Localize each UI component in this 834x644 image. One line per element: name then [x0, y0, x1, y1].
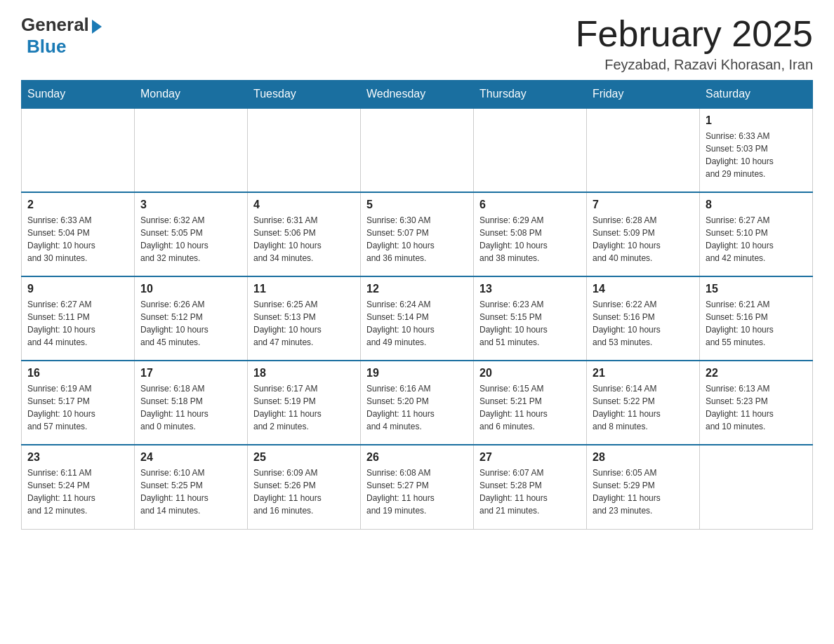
- calendar-cell: 22Sunrise: 6:13 AM Sunset: 5:23 PM Dayli…: [700, 361, 813, 445]
- calendar-week-row-4: 16Sunrise: 6:19 AM Sunset: 5:17 PM Dayli…: [22, 361, 813, 445]
- day-number: 14: [593, 283, 694, 295]
- day-number: 27: [479, 451, 581, 464]
- calendar-week-row-3: 9Sunrise: 6:27 AM Sunset: 5:11 PM Daylig…: [22, 276, 813, 361]
- day-number: 19: [366, 367, 468, 380]
- calendar-cell: 24Sunrise: 6:10 AM Sunset: 5:25 PM Dayli…: [135, 445, 248, 529]
- calendar-cell: 1Sunrise: 6:33 AM Sunset: 5:03 PM Daylig…: [700, 108, 813, 192]
- logo-general-text: General: [21, 14, 89, 36]
- calendar-cell: [700, 445, 813, 529]
- day-info: Sunrise: 6:05 AM Sunset: 5:29 PM Dayligh…: [593, 467, 694, 517]
- day-number: 3: [140, 199, 241, 211]
- calendar-cell: 17Sunrise: 6:18 AM Sunset: 5:18 PM Dayli…: [135, 361, 248, 445]
- calendar-cell: 6Sunrise: 6:29 AM Sunset: 5:08 PM Daylig…: [474, 192, 587, 276]
- day-info: Sunrise: 6:28 AM Sunset: 5:09 PM Dayligh…: [593, 214, 694, 264]
- day-number: 1: [706, 114, 807, 127]
- day-number: 22: [706, 367, 807, 380]
- day-info: Sunrise: 6:09 AM Sunset: 5:26 PM Dayligh…: [253, 467, 355, 517]
- location-text: Feyzabad, Razavi Khorasan, Iran: [576, 57, 813, 73]
- day-number: 8: [706, 199, 807, 211]
- calendar-cell: [22, 108, 135, 192]
- calendar-header-friday: Friday: [587, 81, 700, 109]
- day-number: 16: [27, 367, 128, 380]
- day-number: 17: [140, 367, 241, 380]
- calendar-header-thursday: Thursday: [474, 81, 587, 109]
- calendar-cell: 15Sunrise: 6:21 AM Sunset: 5:16 PM Dayli…: [700, 276, 813, 361]
- day-number: 25: [253, 451, 355, 464]
- day-info: Sunrise: 6:24 AM Sunset: 5:14 PM Dayligh…: [366, 298, 468, 349]
- day-number: 13: [479, 283, 581, 295]
- title-section: February 2025 Feyzabad, Razavi Khorasan,…: [576, 14, 813, 73]
- day-number: 6: [479, 199, 581, 211]
- day-info: Sunrise: 6:16 AM Sunset: 5:20 PM Dayligh…: [366, 382, 468, 433]
- calendar-header-sunday: Sunday: [22, 81, 135, 109]
- logo: General Blue: [21, 14, 102, 58]
- day-info: Sunrise: 6:30 AM Sunset: 5:07 PM Dayligh…: [366, 214, 468, 264]
- day-info: Sunrise: 6:11 AM Sunset: 5:24 PM Dayligh…: [27, 467, 128, 517]
- day-number: 23: [27, 451, 128, 464]
- day-info: Sunrise: 6:32 AM Sunset: 5:05 PM Dayligh…: [140, 214, 241, 264]
- calendar-cell: [135, 108, 248, 192]
- calendar-cell: 14Sunrise: 6:22 AM Sunset: 5:16 PM Dayli…: [587, 276, 700, 361]
- calendar-cell: 19Sunrise: 6:16 AM Sunset: 5:20 PM Dayli…: [361, 361, 474, 445]
- day-info: Sunrise: 6:31 AM Sunset: 5:06 PM Dayligh…: [253, 214, 355, 264]
- logo-arrow-icon: [92, 20, 102, 34]
- month-title: February 2025: [576, 14, 813, 54]
- calendar-header-row: SundayMondayTuesdayWednesdayThursdayFrid…: [22, 81, 813, 109]
- day-number: 12: [366, 283, 468, 295]
- calendar-cell: 8Sunrise: 6:27 AM Sunset: 5:10 PM Daylig…: [700, 192, 813, 276]
- calendar-cell: 26Sunrise: 6:08 AM Sunset: 5:27 PM Dayli…: [361, 445, 474, 529]
- calendar-cell: 20Sunrise: 6:15 AM Sunset: 5:21 PM Dayli…: [474, 361, 587, 445]
- calendar-cell: 4Sunrise: 6:31 AM Sunset: 5:06 PM Daylig…: [248, 192, 361, 276]
- day-info: Sunrise: 6:21 AM Sunset: 5:16 PM Dayligh…: [706, 298, 807, 349]
- day-info: Sunrise: 6:25 AM Sunset: 5:13 PM Dayligh…: [253, 298, 355, 349]
- calendar-cell: 27Sunrise: 6:07 AM Sunset: 5:28 PM Dayli…: [474, 445, 587, 529]
- calendar-cell: 13Sunrise: 6:23 AM Sunset: 5:15 PM Dayli…: [474, 276, 587, 361]
- calendar-header-wednesday: Wednesday: [361, 81, 474, 109]
- calendar-cell: 25Sunrise: 6:09 AM Sunset: 5:26 PM Dayli…: [248, 445, 361, 529]
- day-number: 21: [593, 367, 694, 380]
- calendar-week-row-2: 2Sunrise: 6:33 AM Sunset: 5:04 PM Daylig…: [22, 192, 813, 276]
- day-info: Sunrise: 6:07 AM Sunset: 5:28 PM Dayligh…: [479, 467, 581, 517]
- day-info: Sunrise: 6:08 AM Sunset: 5:27 PM Dayligh…: [366, 467, 468, 517]
- day-number: 15: [706, 283, 807, 295]
- calendar-table: SundayMondayTuesdayWednesdayThursdayFrid…: [21, 80, 813, 530]
- day-info: Sunrise: 6:27 AM Sunset: 5:11 PM Dayligh…: [27, 298, 128, 349]
- calendar-cell: 3Sunrise: 6:32 AM Sunset: 5:05 PM Daylig…: [135, 192, 248, 276]
- day-number: 7: [593, 199, 694, 211]
- day-number: 2: [27, 199, 128, 211]
- calendar-cell: 2Sunrise: 6:33 AM Sunset: 5:04 PM Daylig…: [22, 192, 135, 276]
- day-number: 28: [593, 451, 694, 464]
- calendar-cell: 23Sunrise: 6:11 AM Sunset: 5:24 PM Dayli…: [22, 445, 135, 529]
- calendar-cell: [474, 108, 587, 192]
- day-info: Sunrise: 6:33 AM Sunset: 5:03 PM Dayligh…: [706, 130, 807, 180]
- day-info: Sunrise: 6:10 AM Sunset: 5:25 PM Dayligh…: [140, 467, 241, 517]
- calendar-cell: 7Sunrise: 6:28 AM Sunset: 5:09 PM Daylig…: [587, 192, 700, 276]
- day-number: 18: [253, 367, 355, 380]
- day-number: 4: [253, 199, 355, 211]
- day-info: Sunrise: 6:17 AM Sunset: 5:19 PM Dayligh…: [253, 382, 355, 433]
- day-number: 20: [479, 367, 581, 380]
- day-info: Sunrise: 6:22 AM Sunset: 5:16 PM Dayligh…: [593, 298, 694, 349]
- day-number: 11: [253, 283, 355, 295]
- calendar-cell: [587, 108, 700, 192]
- day-number: 26: [366, 451, 468, 464]
- day-info: Sunrise: 6:26 AM Sunset: 5:12 PM Dayligh…: [140, 298, 241, 349]
- calendar-cell: 9Sunrise: 6:27 AM Sunset: 5:11 PM Daylig…: [22, 276, 135, 361]
- page-header: General Blue February 2025 Feyzabad, Raz…: [21, 14, 813, 73]
- day-info: Sunrise: 6:13 AM Sunset: 5:23 PM Dayligh…: [706, 382, 807, 433]
- day-number: 5: [366, 199, 468, 211]
- day-info: Sunrise: 6:27 AM Sunset: 5:10 PM Dayligh…: [706, 214, 807, 264]
- day-info: Sunrise: 6:33 AM Sunset: 5:04 PM Dayligh…: [27, 214, 128, 264]
- day-info: Sunrise: 6:19 AM Sunset: 5:17 PM Dayligh…: [27, 382, 128, 433]
- calendar-cell: 5Sunrise: 6:30 AM Sunset: 5:07 PM Daylig…: [361, 192, 474, 276]
- day-info: Sunrise: 6:15 AM Sunset: 5:21 PM Dayligh…: [479, 382, 581, 433]
- day-number: 10: [140, 283, 241, 295]
- calendar-cell: 28Sunrise: 6:05 AM Sunset: 5:29 PM Dayli…: [587, 445, 700, 529]
- day-info: Sunrise: 6:14 AM Sunset: 5:22 PM Dayligh…: [593, 382, 694, 433]
- day-number: 9: [27, 283, 128, 295]
- calendar-header-saturday: Saturday: [700, 81, 813, 109]
- calendar-cell: 21Sunrise: 6:14 AM Sunset: 5:22 PM Dayli…: [587, 361, 700, 445]
- calendar-cell: 11Sunrise: 6:25 AM Sunset: 5:13 PM Dayli…: [248, 276, 361, 361]
- calendar-week-row-1: 1Sunrise: 6:33 AM Sunset: 5:03 PM Daylig…: [22, 108, 813, 192]
- calendar-cell: 16Sunrise: 6:19 AM Sunset: 5:17 PM Dayli…: [22, 361, 135, 445]
